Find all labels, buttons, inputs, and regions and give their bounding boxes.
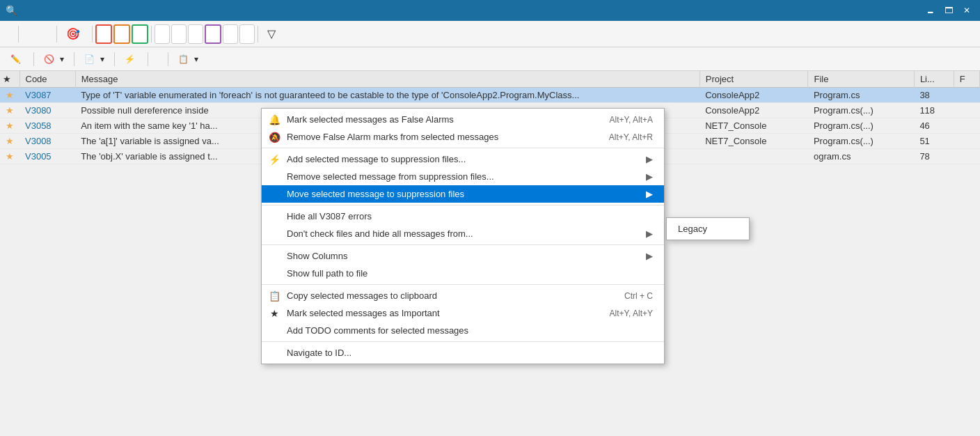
context-menu-item-hide-errors[interactable]: Hide all V3087 errors — [262, 208, 664, 225]
suppress-all-button[interactable]: ⚡ — [118, 50, 144, 68]
medium-button[interactable] — [113, 24, 130, 44]
menu-button[interactable] — [3, 24, 15, 44]
edit-icon: ✏️ — [10, 54, 21, 64]
code-link[interactable]: V3008 — [25, 136, 52, 146]
sep5 — [258, 26, 258, 42]
star-cell: ★ — [0, 88, 19, 103]
action-sep3 — [114, 52, 115, 66]
code-link[interactable]: V3058 — [25, 120, 52, 131]
context-menu-item-copy-clipboard[interactable]: 📋Copy selected messages to clipboardCtrl… — [262, 287, 664, 304]
col-code[interactable]: Code — [19, 71, 75, 88]
context-menu-item-add-todo[interactable]: Add TODO comments for selected messages — [262, 322, 664, 339]
ctx-label: Hide all V3087 errors — [287, 211, 372, 221]
pvs-icon: 🔍 — [6, 5, 17, 16]
col-line[interactable]: Li... — [914, 71, 954, 88]
ctx-shortcut: Alt+Y, Alt+Y — [610, 309, 654, 318]
file-cell: Program.cs(...) — [808, 118, 914, 134]
col-file[interactable]: File — [808, 71, 914, 88]
64bit-button[interactable] — [188, 24, 203, 44]
mark-false-alarms-button[interactable]: ✏️ — [4, 50, 30, 68]
low-button[interactable] — [132, 24, 148, 44]
code-icon: 📄 — [84, 54, 95, 64]
code-link[interactable]: V3080 — [25, 105, 52, 116]
ctx-label: Copy selected messages to clipboard — [287, 290, 437, 301]
dropdown-arrow2-icon: ▾ — [100, 54, 104, 64]
close-button[interactable]: ✕ — [959, 3, 974, 18]
col-project[interactable]: Project — [700, 71, 808, 88]
action-sep5 — [168, 52, 168, 66]
analyzed-source-button[interactable]: 📄 ▾ — [78, 50, 111, 68]
ctx-label: Show Columns — [287, 251, 347, 261]
sep4 — [151, 26, 152, 42]
code-cell[interactable]: V3058 — [19, 118, 75, 134]
minimize-button[interactable]: 🗕 — [923, 3, 938, 18]
context-menu-item-add-suppress[interactable]: ⚡Add selected message to suppression fil… — [262, 150, 664, 168]
dont-check-files-button[interactable]: 🚫 ▾ — [38, 50, 70, 68]
ctx-label: Navigate to ID... — [287, 348, 351, 358]
down-arrow-button[interactable] — [45, 24, 54, 44]
context-menu: 🔔Mark selected messages as False AlarmsA… — [261, 108, 665, 364]
custom-button[interactable] — [205, 24, 221, 44]
code-cell[interactable]: V3005 — [19, 149, 75, 164]
ctx-icon: 🔕 — [269, 132, 280, 143]
context-menu-item-mark-false[interactable]: 🔔Mark selected messages as False AlarmsA… — [262, 111, 664, 128]
displayed-suppress-button[interactable]: 📋 ▾ — [172, 50, 205, 68]
star-cell: ★ — [0, 118, 19, 134]
flag-cell — [954, 103, 979, 118]
message-cell: Type of 'T' variable enumerated in 'fore… — [75, 88, 700, 103]
titlebar-controls[interactable]: 🗕 🗖 ✕ — [923, 3, 974, 18]
context-menu-item-show-columns[interactable]: Show Columns▶ — [262, 247, 664, 265]
ctx-arrow-icon: ▶ — [646, 228, 653, 239]
up-arrow-button[interactable] — [35, 24, 44, 44]
sep1 — [18, 26, 19, 42]
owasp-button[interactable] — [223, 24, 238, 44]
general-button[interactable] — [155, 24, 170, 44]
ctx-arrow-icon: ▶ — [646, 189, 653, 199]
ctx-label: Add selected message to suppression file… — [287, 154, 466, 164]
line-cell: 46 — [914, 118, 954, 134]
context-menu-item-mark-important[interactable]: ★Mark selected messages as ImportantAlt+… — [262, 304, 664, 322]
context-menu-separator — [262, 205, 664, 205]
hide-suppress-button[interactable] — [152, 50, 164, 68]
file-cell: Program.cs(...) — [808, 134, 914, 149]
file-cell: Program.cs — [808, 88, 914, 103]
project-cell: ConsoleApp2 — [700, 88, 808, 103]
sep3 — [92, 26, 93, 42]
ctx-label: Remove selected message from suppression… — [287, 171, 494, 182]
file-cell: Program.cs(...) — [808, 103, 914, 118]
ctx-label: Don't check files and hide all messages … — [287, 228, 473, 239]
context-menu-item-show-path[interactable]: Show full path to file — [262, 265, 664, 282]
best-button[interactable]: 🎯 — [60, 24, 89, 44]
submenu-item[interactable]: Legacy — [667, 220, 749, 238]
context-menu-item-navigate[interactable]: Navigate to ID... — [262, 344, 664, 361]
ctx-label: Remove False Alarm marks from selected m… — [287, 132, 498, 142]
action-sep4 — [148, 52, 148, 66]
lightning-icon: ⚡ — [125, 54, 135, 64]
col-flag[interactable]: F — [954, 71, 979, 88]
context-menu-item-remove-suppress[interactable]: Remove selected message from suppression… — [262, 168, 664, 185]
star-cell: ★ — [0, 149, 19, 164]
ctx-arrow-icon: ▶ — [646, 171, 653, 182]
code-cell[interactable]: V3087 — [19, 88, 75, 103]
action-sep1 — [33, 52, 34, 66]
table-row[interactable]: ★ V3087 Type of 'T' variable enumerated … — [0, 88, 980, 103]
maximize-button[interactable]: 🗖 — [941, 3, 956, 18]
star-cell: ★ — [0, 103, 19, 118]
context-menu-separator — [262, 244, 664, 245]
context-menu-item-remove-false[interactable]: 🔕Remove False Alarm marks from selected … — [262, 128, 664, 146]
dropdown-arrow3-icon: ▾ — [194, 54, 198, 64]
col-message[interactable]: Message — [75, 71, 700, 88]
high-button[interactable] — [95, 24, 112, 44]
col-star[interactable]: ★ — [0, 71, 19, 88]
filter-button[interactable]: ▽ — [261, 24, 282, 44]
context-menu-item-move-suppress[interactable]: Move selected message to suppression fil… — [262, 185, 664, 203]
line-cell: 38 — [914, 88, 954, 103]
code-cell[interactable]: V3080 — [19, 103, 75, 118]
code-cell[interactable]: V3008 — [19, 134, 75, 149]
code-link[interactable]: V3005 — [25, 151, 52, 162]
context-menu-item-dont-check[interactable]: Don't check files and hide all messages … — [262, 225, 664, 242]
project-cell: NET7_Console — [700, 134, 808, 149]
optimization-button[interactable] — [171, 24, 187, 44]
fa-button[interactable] — [239, 24, 255, 44]
code-link[interactable]: V3087 — [25, 90, 52, 100]
